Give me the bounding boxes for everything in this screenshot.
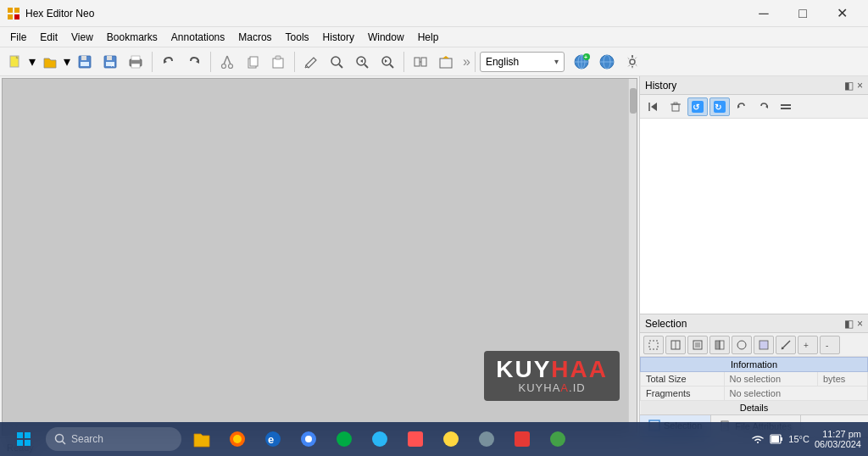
- app-icon: [7, 7, 20, 20]
- find-prev-button[interactable]: [350, 50, 374, 74]
- copy-button[interactable]: [241, 50, 264, 74]
- taskbar-app6[interactable]: [507, 424, 537, 454]
- settings-icon[interactable]: [620, 50, 644, 74]
- print-button[interactable]: [124, 50, 147, 74]
- svg-rect-36: [415, 58, 420, 66]
- save-as-button[interactable]: A: [98, 50, 122, 74]
- svg-rect-23: [250, 57, 258, 66]
- fragments-value: No selection: [724, 386, 868, 401]
- menu-history[interactable]: History: [316, 30, 361, 45]
- history-pin-button[interactable]: ◧: [844, 80, 854, 92]
- find-next-button[interactable]: [376, 50, 399, 74]
- new-dropdown[interactable]: ▾: [28, 50, 36, 74]
- svg-text:↺: ↺: [693, 103, 700, 112]
- search-box[interactable]: Search: [46, 427, 181, 451]
- history-redo-button[interactable]: [754, 97, 774, 116]
- taskbar-app1[interactable]: [329, 424, 359, 454]
- open-button[interactable]: [38, 50, 62, 74]
- selection-pin-button[interactable]: ◧: [844, 318, 854, 330]
- right-panel: History ◧ × ↺ ↻: [639, 76, 868, 437]
- history-settings-button[interactable]: [776, 97, 796, 116]
- history-first-button[interactable]: [643, 97, 664, 116]
- svg-marker-40: [442, 56, 449, 58]
- svg-rect-37: [421, 58, 426, 66]
- menu-help[interactable]: Help: [411, 30, 446, 45]
- sel-btn-1[interactable]: [643, 336, 664, 354]
- sel-btn-3[interactable]: [687, 336, 708, 354]
- taskbar-browser1[interactable]: [222, 424, 253, 454]
- edit-button[interactable]: [299, 50, 323, 74]
- sel-btn-4[interactable]: [709, 336, 730, 354]
- export-button[interactable]: [434, 50, 458, 74]
- window-controls: ─ □ ✕: [744, 0, 861, 27]
- svg-rect-86: [25, 440, 31, 446]
- new-button[interactable]: [3, 50, 27, 74]
- svg-marker-52: [651, 103, 657, 111]
- history-close-button[interactable]: ×: [857, 80, 863, 92]
- taskbar-browser3[interactable]: [293, 424, 324, 454]
- menu-window[interactable]: Window: [361, 30, 411, 45]
- taskbar-app7[interactable]: [542, 424, 573, 454]
- menu-bookmarks[interactable]: Bookmarks: [100, 30, 164, 45]
- paste-button[interactable]: [266, 50, 290, 74]
- sel-btn-9[interactable]: -: [820, 336, 840, 354]
- start-button[interactable]: [7, 424, 41, 454]
- svg-rect-84: [25, 432, 31, 438]
- taskbar-app4[interactable]: [436, 424, 466, 454]
- separator-4: [403, 52, 404, 72]
- taskbar-app2[interactable]: [364, 424, 395, 454]
- sel-btn-2[interactable]: [665, 336, 686, 354]
- cut-button[interactable]: [215, 50, 239, 74]
- selection-close-button[interactable]: ×: [857, 318, 863, 330]
- globe-icon[interactable]: [595, 50, 619, 74]
- menu-edit[interactable]: Edit: [33, 30, 64, 45]
- add-language-icon[interactable]: +: [570, 50, 593, 74]
- language-dropdown[interactable]: English ▾: [480, 52, 565, 72]
- maximize-button[interactable]: □: [783, 0, 822, 27]
- menu-annotations[interactable]: Annotations: [164, 30, 231, 45]
- sel-btn-8[interactable]: +: [798, 336, 818, 354]
- svg-line-20: [224, 56, 227, 64]
- history-delete-button[interactable]: [665, 97, 686, 116]
- svg-rect-85: [17, 440, 23, 446]
- svg-rect-68: [695, 342, 700, 348]
- menu-tools[interactable]: Tools: [279, 30, 316, 45]
- compare-button[interactable]: [409, 50, 432, 74]
- menu-view[interactable]: View: [64, 30, 100, 45]
- history-undo-all-button[interactable]: ↺: [687, 97, 708, 116]
- redo-button[interactable]: [182, 50, 206, 74]
- open-dropdown[interactable]: ▾: [63, 50, 71, 74]
- selection-info-table: Information Total Size No selection byte…: [640, 357, 868, 414]
- sel-btn-5[interactable]: [732, 336, 752, 354]
- history-redo-all-button[interactable]: ↻: [709, 97, 730, 116]
- menu-file[interactable]: File: [3, 30, 33, 45]
- temperature: 15°C: [788, 434, 810, 444]
- editor-scrollbar-v[interactable]: [628, 79, 637, 435]
- find-button[interactable]: [325, 50, 348, 74]
- svg-rect-10: [107, 56, 112, 60]
- sel-btn-6[interactable]: [754, 336, 774, 354]
- close-button[interactable]: ✕: [822, 0, 861, 27]
- menu-macros[interactable]: Macros: [231, 30, 278, 45]
- svg-text:e: e: [268, 433, 274, 446]
- fragments-row: Fragments No selection: [641, 386, 868, 401]
- minimize-button[interactable]: ─: [744, 0, 783, 27]
- toolbar-more[interactable]: »: [463, 54, 470, 70]
- taskbar-browser2[interactable]: e: [258, 424, 288, 454]
- menu-bar: File Edit View Bookmarks Annotations Mac…: [0, 27, 868, 47]
- lang-icons-group: +: [570, 50, 644, 74]
- save-button[interactable]: [73, 50, 97, 74]
- selection-panel: Selection ◧ × + - Informatio: [640, 314, 868, 437]
- taskbar-app5[interactable]: [471, 424, 502, 454]
- editor-area[interactable]: KUYHAA KUYHAA.ID: [2, 78, 637, 436]
- taskbar-app3[interactable]: [400, 424, 431, 454]
- undo-button[interactable]: [157, 50, 181, 74]
- svg-rect-39: [440, 58, 452, 68]
- svg-rect-70: [720, 341, 724, 349]
- taskbar-file-explorer[interactable]: [186, 424, 217, 454]
- svg-point-96: [372, 431, 387, 447]
- sel-btn-7[interactable]: [776, 336, 796, 354]
- history-undo-button[interactable]: [732, 97, 752, 116]
- selection-panel-title: Selection: [645, 318, 687, 330]
- battery-icon: [770, 433, 783, 445]
